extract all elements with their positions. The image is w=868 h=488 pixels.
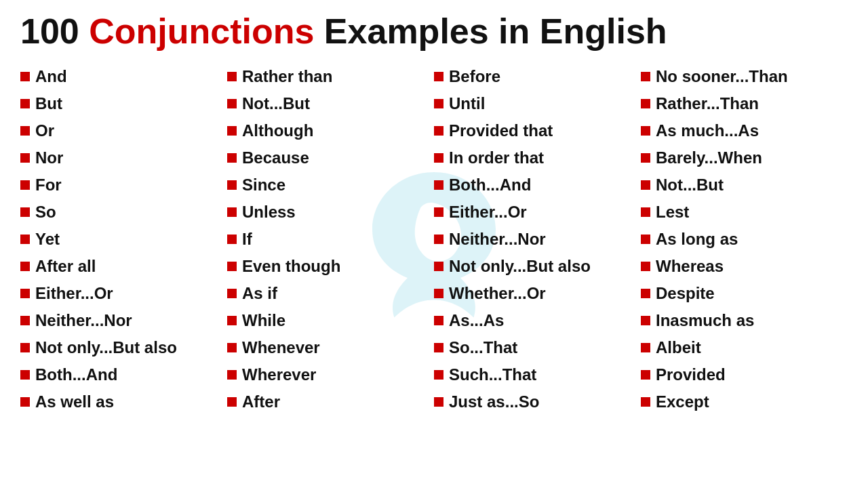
list-item: Not...But — [227, 90, 434, 117]
conjunction-label: Although — [242, 121, 313, 141]
bullet-icon — [641, 397, 650, 407]
list-item: After — [227, 388, 434, 415]
list-item: Except — [641, 388, 848, 415]
bullet-icon — [227, 316, 237, 325]
conjunction-label: Yet — [35, 229, 60, 249]
page-title: 100 Conjunctions Examples in English — [20, 12, 848, 51]
conjunction-label: Not only...But also — [35, 338, 177, 358]
column-3: BeforeUntilProvided thatIn order thatBot… — [434, 63, 641, 415]
list-item: Although — [227, 117, 434, 144]
bullet-icon — [641, 72, 650, 81]
conjunction-label: After all — [35, 256, 96, 277]
bullet-icon — [20, 180, 30, 190]
bullet-icon — [641, 343, 650, 352]
conjunction-label: As if — [242, 283, 277, 304]
conjunction-label: So — [35, 202, 56, 222]
conjunction-label: But — [35, 94, 62, 114]
list-item: In order that — [434, 144, 641, 171]
conjunction-label: Whether...Or — [449, 283, 546, 304]
list-item: As long as — [641, 226, 848, 253]
column-4: No sooner...ThanRather...ThanAs much...A… — [641, 63, 848, 415]
conjunction-label: Rather...Than — [656, 94, 759, 114]
conjunction-label: Since — [242, 175, 285, 195]
conjunction-label: Except — [656, 392, 709, 412]
conjunction-label: Both...And — [35, 365, 117, 385]
list-item: Such...That — [434, 361, 641, 388]
list-item: Unless — [227, 199, 434, 226]
list-item: Either...Or — [434, 199, 641, 226]
conjunction-label: Neither...Nor — [449, 229, 546, 249]
list-item: After all — [20, 253, 227, 280]
bullet-icon — [641, 99, 650, 108]
bullet-icon — [434, 343, 443, 352]
conjunction-label: Just as...So — [449, 392, 539, 412]
bullet-icon — [641, 289, 650, 298]
title-suffix: Examples in English — [314, 12, 667, 51]
conjunction-label: Nor — [35, 148, 63, 168]
conjunction-label: Rather than — [242, 66, 332, 87]
bullet-icon — [641, 262, 650, 271]
list-item: Or — [20, 117, 227, 144]
conjunction-label: As long as — [656, 229, 738, 249]
list-item: Lest — [641, 199, 848, 226]
bullet-icon — [434, 180, 443, 190]
list-item: Barely...When — [641, 144, 848, 171]
conjunction-label: Or — [35, 121, 54, 141]
conjunction-label: Albeit — [656, 338, 701, 358]
list-item: Not only...But also — [434, 253, 641, 280]
bullet-icon — [20, 370, 30, 380]
conjunction-label: So...That — [449, 338, 517, 358]
list-item: Whenever — [227, 334, 434, 361]
conjunction-label: Neither...Nor — [35, 310, 132, 331]
conjunction-label: Wherever — [242, 365, 316, 385]
bullet-icon — [227, 397, 237, 407]
bullet-icon — [20, 316, 30, 325]
bullet-icon — [641, 316, 650, 325]
conjunction-label: For — [35, 175, 62, 195]
conjunction-label: Even though — [242, 256, 340, 277]
conjunction-label: Because — [242, 148, 309, 168]
column-2: Rather thanNot...ButAlthoughBecauseSince… — [227, 63, 434, 415]
list-item: Just as...So — [434, 388, 641, 415]
column-1: AndButOrNorForSoYetAfter allEither...OrN… — [20, 63, 227, 415]
conjunction-label: Such...That — [449, 365, 536, 385]
list-item: Either...Or — [20, 280, 227, 307]
list-item: Wherever — [227, 361, 434, 388]
bullet-icon — [434, 207, 443, 217]
list-item: So...That — [434, 334, 641, 361]
bullet-icon — [20, 397, 30, 407]
bullet-icon — [227, 99, 237, 108]
bullet-icon — [434, 235, 443, 244]
conjunction-label: After — [242, 392, 280, 412]
list-item: No sooner...Than — [641, 63, 848, 90]
conjunction-label: Barely...When — [656, 148, 762, 168]
conjunction-label: And — [35, 66, 67, 87]
bullet-icon — [641, 126, 650, 136]
conjunction-label: Both...And — [449, 175, 531, 195]
conjunction-label: Inasmuch as — [656, 310, 754, 331]
list-item: Rather than — [227, 63, 434, 90]
bullet-icon — [434, 153, 443, 163]
conjunction-label: Despite — [656, 283, 715, 304]
list-item: Nor — [20, 144, 227, 171]
list-item: Provided — [641, 361, 848, 388]
bullet-icon — [20, 289, 30, 298]
bullet-icon — [434, 99, 443, 108]
conjunction-label: Not...But — [656, 175, 724, 195]
list-item: Provided that — [434, 117, 641, 144]
list-item: As if — [227, 280, 434, 307]
conjunction-label: Before — [449, 66, 500, 87]
list-item: As well as — [20, 388, 227, 415]
conjunction-label: No sooner...Than — [656, 66, 788, 87]
list-item: Because — [227, 144, 434, 171]
bullet-icon — [434, 397, 443, 407]
bullet-icon — [434, 262, 443, 271]
list-item: As...As — [434, 307, 641, 334]
bullet-icon — [641, 370, 650, 380]
bullet-icon — [227, 370, 237, 380]
list-item: Before — [434, 63, 641, 90]
conjunction-label: Lest — [656, 202, 689, 222]
conjunction-label: Whereas — [656, 256, 724, 277]
conjunction-label: Unless — [242, 202, 296, 222]
bullet-icon — [641, 235, 650, 244]
